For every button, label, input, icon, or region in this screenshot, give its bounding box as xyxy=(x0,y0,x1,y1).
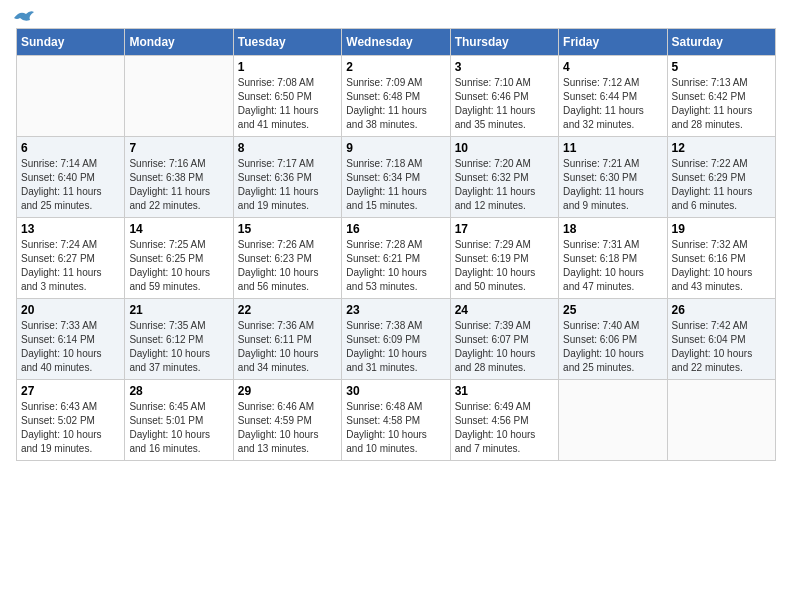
day-number: 28 xyxy=(129,384,228,398)
day-info: Sunrise: 7:42 AM Sunset: 6:04 PM Dayligh… xyxy=(672,319,771,375)
calendar-cell: 2Sunrise: 7:09 AM Sunset: 6:48 PM Daylig… xyxy=(342,56,450,137)
calendar-week-2: 6Sunrise: 7:14 AM Sunset: 6:40 PM Daylig… xyxy=(17,137,776,218)
calendar-cell: 29Sunrise: 6:46 AM Sunset: 4:59 PM Dayli… xyxy=(233,380,341,461)
day-number: 27 xyxy=(21,384,120,398)
day-number: 15 xyxy=(238,222,337,236)
day-number: 30 xyxy=(346,384,445,398)
day-number: 14 xyxy=(129,222,228,236)
calendar-cell: 20Sunrise: 7:33 AM Sunset: 6:14 PM Dayli… xyxy=(17,299,125,380)
day-info: Sunrise: 7:10 AM Sunset: 6:46 PM Dayligh… xyxy=(455,76,554,132)
day-info: Sunrise: 7:12 AM Sunset: 6:44 PM Dayligh… xyxy=(563,76,662,132)
day-info: Sunrise: 7:33 AM Sunset: 6:14 PM Dayligh… xyxy=(21,319,120,375)
calendar-cell: 25Sunrise: 7:40 AM Sunset: 6:06 PM Dayli… xyxy=(559,299,667,380)
day-info: Sunrise: 7:39 AM Sunset: 6:07 PM Dayligh… xyxy=(455,319,554,375)
day-number: 29 xyxy=(238,384,337,398)
weekday-header-thursday: Thursday xyxy=(450,29,558,56)
day-info: Sunrise: 7:21 AM Sunset: 6:30 PM Dayligh… xyxy=(563,157,662,213)
calendar-cell: 23Sunrise: 7:38 AM Sunset: 6:09 PM Dayli… xyxy=(342,299,450,380)
day-number: 9 xyxy=(346,141,445,155)
calendar-cell: 1Sunrise: 7:08 AM Sunset: 6:50 PM Daylig… xyxy=(233,56,341,137)
day-number: 17 xyxy=(455,222,554,236)
day-number: 11 xyxy=(563,141,662,155)
day-number: 4 xyxy=(563,60,662,74)
day-info: Sunrise: 7:36 AM Sunset: 6:11 PM Dayligh… xyxy=(238,319,337,375)
calendar-cell: 17Sunrise: 7:29 AM Sunset: 6:19 PM Dayli… xyxy=(450,218,558,299)
weekday-header-saturday: Saturday xyxy=(667,29,775,56)
calendar-cell: 19Sunrise: 7:32 AM Sunset: 6:16 PM Dayli… xyxy=(667,218,775,299)
calendar-cell: 9Sunrise: 7:18 AM Sunset: 6:34 PM Daylig… xyxy=(342,137,450,218)
calendar-table: SundayMondayTuesdayWednesdayThursdayFrid… xyxy=(16,28,776,461)
calendar-cell: 22Sunrise: 7:36 AM Sunset: 6:11 PM Dayli… xyxy=(233,299,341,380)
day-info: Sunrise: 7:31 AM Sunset: 6:18 PM Dayligh… xyxy=(563,238,662,294)
calendar-cell xyxy=(559,380,667,461)
day-number: 2 xyxy=(346,60,445,74)
calendar-cell xyxy=(667,380,775,461)
weekday-header-monday: Monday xyxy=(125,29,233,56)
day-info: Sunrise: 7:17 AM Sunset: 6:36 PM Dayligh… xyxy=(238,157,337,213)
day-number: 23 xyxy=(346,303,445,317)
calendar-cell: 5Sunrise: 7:13 AM Sunset: 6:42 PM Daylig… xyxy=(667,56,775,137)
day-info: Sunrise: 7:16 AM Sunset: 6:38 PM Dayligh… xyxy=(129,157,228,213)
calendar-cell: 28Sunrise: 6:45 AM Sunset: 5:01 PM Dayli… xyxy=(125,380,233,461)
calendar-cell: 31Sunrise: 6:49 AM Sunset: 4:56 PM Dayli… xyxy=(450,380,558,461)
day-info: Sunrise: 7:22 AM Sunset: 6:29 PM Dayligh… xyxy=(672,157,771,213)
day-info: Sunrise: 7:32 AM Sunset: 6:16 PM Dayligh… xyxy=(672,238,771,294)
day-number: 12 xyxy=(672,141,771,155)
day-info: Sunrise: 7:08 AM Sunset: 6:50 PM Dayligh… xyxy=(238,76,337,132)
calendar-cell: 12Sunrise: 7:22 AM Sunset: 6:29 PM Dayli… xyxy=(667,137,775,218)
calendar-cell: 15Sunrise: 7:26 AM Sunset: 6:23 PM Dayli… xyxy=(233,218,341,299)
day-number: 20 xyxy=(21,303,120,317)
day-number: 10 xyxy=(455,141,554,155)
day-number: 26 xyxy=(672,303,771,317)
day-number: 19 xyxy=(672,222,771,236)
calendar-cell: 26Sunrise: 7:42 AM Sunset: 6:04 PM Dayli… xyxy=(667,299,775,380)
day-number: 18 xyxy=(563,222,662,236)
day-info: Sunrise: 7:09 AM Sunset: 6:48 PM Dayligh… xyxy=(346,76,445,132)
day-number: 24 xyxy=(455,303,554,317)
day-number: 16 xyxy=(346,222,445,236)
weekday-header-friday: Friday xyxy=(559,29,667,56)
day-number: 13 xyxy=(21,222,120,236)
day-number: 22 xyxy=(238,303,337,317)
calendar-week-5: 27Sunrise: 6:43 AM Sunset: 5:02 PM Dayli… xyxy=(17,380,776,461)
day-number: 1 xyxy=(238,60,337,74)
calendar-cell: 14Sunrise: 7:25 AM Sunset: 6:25 PM Dayli… xyxy=(125,218,233,299)
day-number: 31 xyxy=(455,384,554,398)
weekday-header-wednesday: Wednesday xyxy=(342,29,450,56)
day-info: Sunrise: 7:20 AM Sunset: 6:32 PM Dayligh… xyxy=(455,157,554,213)
day-number: 25 xyxy=(563,303,662,317)
calendar-cell: 10Sunrise: 7:20 AM Sunset: 6:32 PM Dayli… xyxy=(450,137,558,218)
weekday-header-sunday: Sunday xyxy=(17,29,125,56)
calendar-cell: 21Sunrise: 7:35 AM Sunset: 6:12 PM Dayli… xyxy=(125,299,233,380)
day-info: Sunrise: 6:45 AM Sunset: 5:01 PM Dayligh… xyxy=(129,400,228,456)
day-info: Sunrise: 7:25 AM Sunset: 6:25 PM Dayligh… xyxy=(129,238,228,294)
weekday-header-row: SundayMondayTuesdayWednesdayThursdayFrid… xyxy=(17,29,776,56)
calendar-cell xyxy=(17,56,125,137)
day-number: 8 xyxy=(238,141,337,155)
day-info: Sunrise: 7:26 AM Sunset: 6:23 PM Dayligh… xyxy=(238,238,337,294)
day-number: 5 xyxy=(672,60,771,74)
day-info: Sunrise: 7:28 AM Sunset: 6:21 PM Dayligh… xyxy=(346,238,445,294)
calendar-cell: 3Sunrise: 7:10 AM Sunset: 6:46 PM Daylig… xyxy=(450,56,558,137)
calendar-week-1: 1Sunrise: 7:08 AM Sunset: 6:50 PM Daylig… xyxy=(17,56,776,137)
day-info: Sunrise: 7:18 AM Sunset: 6:34 PM Dayligh… xyxy=(346,157,445,213)
day-info: Sunrise: 6:46 AM Sunset: 4:59 PM Dayligh… xyxy=(238,400,337,456)
calendar-cell: 8Sunrise: 7:17 AM Sunset: 6:36 PM Daylig… xyxy=(233,137,341,218)
day-number: 7 xyxy=(129,141,228,155)
day-info: Sunrise: 6:48 AM Sunset: 4:58 PM Dayligh… xyxy=(346,400,445,456)
day-info: Sunrise: 7:35 AM Sunset: 6:12 PM Dayligh… xyxy=(129,319,228,375)
day-info: Sunrise: 7:38 AM Sunset: 6:09 PM Dayligh… xyxy=(346,319,445,375)
day-number: 3 xyxy=(455,60,554,74)
day-info: Sunrise: 7:13 AM Sunset: 6:42 PM Dayligh… xyxy=(672,76,771,132)
day-info: Sunrise: 6:43 AM Sunset: 5:02 PM Dayligh… xyxy=(21,400,120,456)
day-number: 6 xyxy=(21,141,120,155)
calendar-cell: 18Sunrise: 7:31 AM Sunset: 6:18 PM Dayli… xyxy=(559,218,667,299)
day-info: Sunrise: 7:40 AM Sunset: 6:06 PM Dayligh… xyxy=(563,319,662,375)
weekday-header-tuesday: Tuesday xyxy=(233,29,341,56)
calendar-week-4: 20Sunrise: 7:33 AM Sunset: 6:14 PM Dayli… xyxy=(17,299,776,380)
calendar-week-3: 13Sunrise: 7:24 AM Sunset: 6:27 PM Dayli… xyxy=(17,218,776,299)
day-number: 21 xyxy=(129,303,228,317)
calendar-cell: 7Sunrise: 7:16 AM Sunset: 6:38 PM Daylig… xyxy=(125,137,233,218)
day-info: Sunrise: 7:14 AM Sunset: 6:40 PM Dayligh… xyxy=(21,157,120,213)
calendar-cell: 24Sunrise: 7:39 AM Sunset: 6:07 PM Dayli… xyxy=(450,299,558,380)
